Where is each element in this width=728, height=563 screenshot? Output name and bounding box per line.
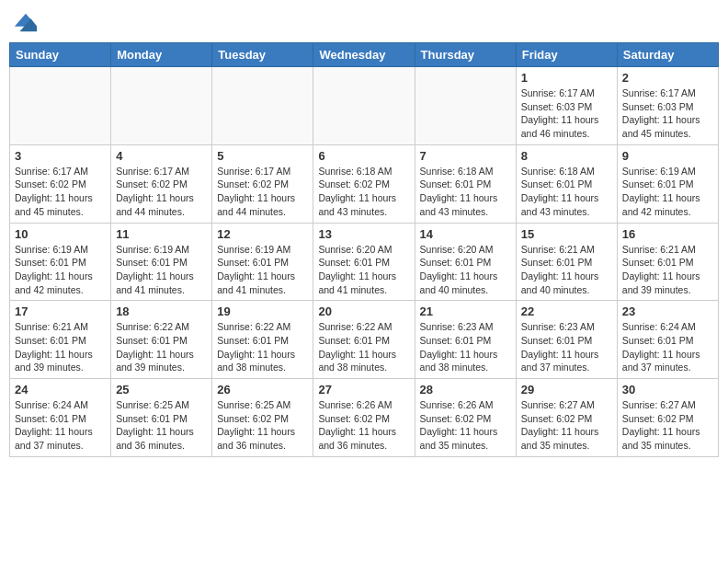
logo-icon xyxy=(13,9,39,35)
day-info: Sunrise: 6:24 AM Sunset: 6:01 PM Dayligh… xyxy=(15,398,106,453)
logo xyxy=(13,9,40,35)
day-number: 4 xyxy=(116,149,207,163)
calendar-day-cell xyxy=(10,67,111,145)
day-info: Sunrise: 6:21 AM Sunset: 6:01 PM Dayligh… xyxy=(622,243,713,297)
day-number: 25 xyxy=(116,383,207,396)
day-number: 22 xyxy=(521,304,612,318)
calendar-day-cell: 8Sunrise: 6:18 AM Sunset: 6:01 PM Daylig… xyxy=(516,144,617,223)
day-number: 28 xyxy=(420,383,511,396)
day-number: 8 xyxy=(521,149,612,163)
day-info: Sunrise: 6:17 AM Sunset: 6:03 PM Dayligh… xyxy=(622,86,713,141)
calendar-day-cell: 15Sunrise: 6:21 AM Sunset: 6:01 PM Dayli… xyxy=(516,223,617,301)
calendar-day-cell: 17Sunrise: 6:21 AM Sunset: 6:01 PM Dayli… xyxy=(10,301,111,379)
calendar-day-cell: 10Sunrise: 6:19 AM Sunset: 6:01 PM Dayli… xyxy=(10,223,111,301)
weekday-header: Sunday xyxy=(10,43,111,67)
calendar-day-cell: 16Sunrise: 6:21 AM Sunset: 6:01 PM Dayli… xyxy=(617,223,718,301)
calendar-day-cell: 20Sunrise: 6:22 AM Sunset: 6:01 PM Dayli… xyxy=(313,301,415,379)
day-number: 27 xyxy=(318,383,409,396)
day-number: 13 xyxy=(318,227,409,241)
day-info: Sunrise: 6:19 AM Sunset: 6:01 PM Dayligh… xyxy=(622,165,713,219)
calendar-day-cell: 13Sunrise: 6:20 AM Sunset: 6:01 PM Dayli… xyxy=(313,223,415,301)
day-number: 11 xyxy=(116,227,207,241)
day-number: 3 xyxy=(15,149,106,163)
day-info: Sunrise: 6:17 AM Sunset: 6:02 PM Dayligh… xyxy=(15,165,106,219)
calendar-day-cell: 1Sunrise: 6:17 AM Sunset: 6:03 PM Daylig… xyxy=(516,67,617,145)
calendar-day-cell xyxy=(313,67,415,145)
day-info: Sunrise: 6:20 AM Sunset: 6:01 PM Dayligh… xyxy=(318,243,409,297)
day-info: Sunrise: 6:18 AM Sunset: 6:01 PM Dayligh… xyxy=(521,165,612,219)
day-number: 12 xyxy=(217,227,308,241)
day-number: 10 xyxy=(15,227,106,241)
day-number: 1 xyxy=(521,71,612,85)
day-number: 5 xyxy=(217,149,308,163)
day-info: Sunrise: 6:27 AM Sunset: 6:02 PM Dayligh… xyxy=(622,398,713,453)
weekday-header: Friday xyxy=(516,43,617,67)
day-number: 20 xyxy=(318,304,409,318)
calendar-day-cell: 6Sunrise: 6:18 AM Sunset: 6:02 PM Daylig… xyxy=(313,144,415,223)
calendar-day-cell: 14Sunrise: 6:20 AM Sunset: 6:01 PM Dayli… xyxy=(415,223,516,301)
day-info: Sunrise: 6:25 AM Sunset: 6:02 PM Dayligh… xyxy=(217,398,308,453)
day-number: 26 xyxy=(217,383,308,396)
day-number: 18 xyxy=(116,304,207,318)
day-info: Sunrise: 6:21 AM Sunset: 6:01 PM Dayligh… xyxy=(521,243,612,297)
day-number: 29 xyxy=(521,383,612,396)
day-number: 24 xyxy=(15,383,106,396)
page-header xyxy=(9,9,719,35)
day-number: 21 xyxy=(420,304,511,318)
calendar-day-cell: 7Sunrise: 6:18 AM Sunset: 6:01 PM Daylig… xyxy=(415,144,516,223)
calendar-day-cell: 22Sunrise: 6:23 AM Sunset: 6:01 PM Dayli… xyxy=(516,301,617,379)
calendar-day-cell: 2Sunrise: 6:17 AM Sunset: 6:03 PM Daylig… xyxy=(617,67,718,145)
day-number: 23 xyxy=(622,304,713,318)
calendar-day-cell: 26Sunrise: 6:25 AM Sunset: 6:02 PM Dayli… xyxy=(212,379,313,457)
calendar-day-cell: 27Sunrise: 6:26 AM Sunset: 6:02 PM Dayli… xyxy=(313,379,415,457)
day-info: Sunrise: 6:22 AM Sunset: 6:01 PM Dayligh… xyxy=(318,320,409,374)
day-info: Sunrise: 6:23 AM Sunset: 6:01 PM Dayligh… xyxy=(420,320,511,374)
calendar-table: SundayMondayTuesdayWednesdayThursdayFrid… xyxy=(9,42,719,457)
day-number: 19 xyxy=(217,304,308,318)
calendar-day-cell: 11Sunrise: 6:19 AM Sunset: 6:01 PM Dayli… xyxy=(111,223,212,301)
weekday-header: Thursday xyxy=(415,43,516,67)
day-number: 9 xyxy=(622,149,713,163)
calendar-day-cell xyxy=(111,67,212,145)
calendar-day-cell xyxy=(415,67,516,145)
day-info: Sunrise: 6:18 AM Sunset: 6:02 PM Dayligh… xyxy=(318,165,409,219)
calendar-day-cell: 23Sunrise: 6:24 AM Sunset: 6:01 PM Dayli… xyxy=(617,301,718,379)
calendar-week-row: 24Sunrise: 6:24 AM Sunset: 6:01 PM Dayli… xyxy=(10,379,719,457)
day-info: Sunrise: 6:17 AM Sunset: 6:03 PM Dayligh… xyxy=(521,86,612,141)
day-info: Sunrise: 6:17 AM Sunset: 6:02 PM Dayligh… xyxy=(116,165,207,219)
day-info: Sunrise: 6:21 AM Sunset: 6:01 PM Dayligh… xyxy=(15,320,106,374)
calendar-day-cell: 5Sunrise: 6:17 AM Sunset: 6:02 PM Daylig… xyxy=(212,144,313,223)
calendar-day-cell: 18Sunrise: 6:22 AM Sunset: 6:01 PM Dayli… xyxy=(111,301,212,379)
weekday-header: Wednesday xyxy=(313,43,415,67)
calendar-day-cell: 21Sunrise: 6:23 AM Sunset: 6:01 PM Dayli… xyxy=(415,301,516,379)
day-number: 14 xyxy=(420,227,511,241)
day-number: 16 xyxy=(622,227,713,241)
day-info: Sunrise: 6:27 AM Sunset: 6:02 PM Dayligh… xyxy=(521,398,612,453)
calendar-day-cell: 30Sunrise: 6:27 AM Sunset: 6:02 PM Dayli… xyxy=(617,379,718,457)
day-number: 15 xyxy=(521,227,612,241)
day-info: Sunrise: 6:23 AM Sunset: 6:01 PM Dayligh… xyxy=(521,320,612,374)
weekday-header: Monday xyxy=(111,43,212,67)
calendar-week-row: 1Sunrise: 6:17 AM Sunset: 6:03 PM Daylig… xyxy=(10,67,719,145)
calendar-day-cell: 25Sunrise: 6:25 AM Sunset: 6:01 PM Dayli… xyxy=(111,379,212,457)
day-info: Sunrise: 6:25 AM Sunset: 6:01 PM Dayligh… xyxy=(116,398,207,453)
calendar-day-cell: 19Sunrise: 6:22 AM Sunset: 6:01 PM Dayli… xyxy=(212,301,313,379)
calendar-week-row: 10Sunrise: 6:19 AM Sunset: 6:01 PM Dayli… xyxy=(10,223,719,301)
weekday-header: Saturday xyxy=(617,43,718,67)
day-number: 17 xyxy=(15,304,106,318)
day-info: Sunrise: 6:19 AM Sunset: 6:01 PM Dayligh… xyxy=(116,243,207,297)
calendar-day-cell: 28Sunrise: 6:26 AM Sunset: 6:02 PM Dayli… xyxy=(415,379,516,457)
calendar-week-row: 3Sunrise: 6:17 AM Sunset: 6:02 PM Daylig… xyxy=(10,144,719,223)
day-info: Sunrise: 6:17 AM Sunset: 6:02 PM Dayligh… xyxy=(217,165,308,219)
day-info: Sunrise: 6:26 AM Sunset: 6:02 PM Dayligh… xyxy=(318,398,409,453)
calendar-week-row: 17Sunrise: 6:21 AM Sunset: 6:01 PM Dayli… xyxy=(10,301,719,379)
weekday-header: Tuesday xyxy=(212,43,313,67)
calendar-day-cell: 4Sunrise: 6:17 AM Sunset: 6:02 PM Daylig… xyxy=(111,144,212,223)
day-info: Sunrise: 6:26 AM Sunset: 6:02 PM Dayligh… xyxy=(420,398,511,453)
day-info: Sunrise: 6:20 AM Sunset: 6:01 PM Dayligh… xyxy=(420,243,511,297)
day-number: 2 xyxy=(622,71,713,85)
day-number: 30 xyxy=(622,383,713,396)
day-info: Sunrise: 6:22 AM Sunset: 6:01 PM Dayligh… xyxy=(116,320,207,374)
day-info: Sunrise: 6:19 AM Sunset: 6:01 PM Dayligh… xyxy=(15,243,106,297)
day-number: 7 xyxy=(420,149,511,163)
